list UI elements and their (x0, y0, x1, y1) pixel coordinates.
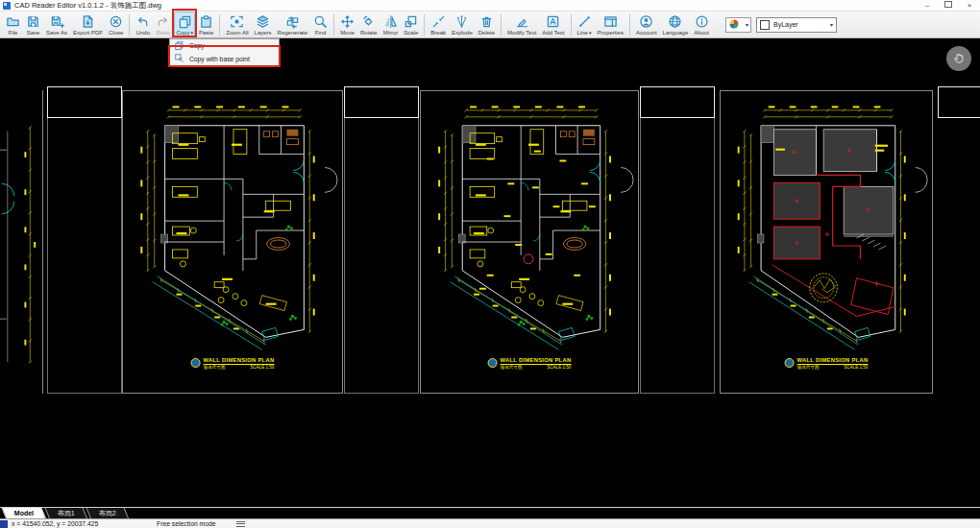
toolbar-button-label: Language (663, 30, 689, 36)
paste-icon (199, 14, 213, 29)
toolbar-button-label: Mirror (383, 30, 399, 36)
undo-icon (135, 14, 150, 29)
sheet-plan-1: WALL DIMENSION PLAN 墙体尺寸图SCALE 1:50 (122, 90, 343, 394)
layout-tab-bar: Model布局1布局2 (0, 507, 980, 518)
toolbar-group: FileSaveSave AsExport PDFClose (3, 12, 126, 37)
toolbar-button-save[interactable]: Save (24, 12, 43, 37)
line-icon (577, 14, 592, 29)
toolbar-group: MoveRotateMirrorScale (337, 12, 421, 37)
toolbar-group: BreakExplodeDelete (428, 12, 498, 37)
explode-icon (454, 14, 469, 29)
add-text-icon (546, 14, 560, 29)
toolbar-group: Line▾Properties (575, 12, 626, 37)
plan-title-block: WALL DIMENSION PLAN 墙体尺寸图SCALE 1:50 (785, 357, 869, 371)
menu-lines-icon[interactable] (236, 521, 245, 527)
toolbar-button-delete[interactable]: Delete (476, 12, 497, 37)
toolbar-button-move[interactable]: Move (337, 12, 356, 37)
toolbar-button-zoom-all[interactable]: Zoom All (224, 12, 251, 37)
sheet-strip (47, 86, 122, 394)
toolbar-button-properties[interactable]: Properties (595, 12, 625, 37)
maximize-button[interactable] (938, 0, 959, 12)
toolbar-button-regenerate[interactable]: Regenerate (275, 12, 309, 37)
detail-callout-icon (785, 358, 795, 368)
toolbar-separator (501, 14, 502, 36)
main-toolbar: FileSaveSave AsExport PDFCloseUndoRedoCo… (0, 12, 980, 38)
minimize-button[interactable]: – (917, 0, 938, 12)
toolbar-button-language[interactable]: Language (660, 12, 691, 37)
menu-item-copy[interactable]: Copy (170, 39, 279, 53)
toolbar-group: Modify TextAdd Text (504, 12, 567, 37)
selection-mode-label: Free selection mode (157, 520, 216, 527)
close-icon (109, 14, 123, 29)
save-icon (26, 14, 40, 29)
toolbar-button-close[interactable]: Close (107, 12, 126, 37)
detail-callout-icon (191, 358, 201, 368)
plan-scale: SCALE 1:50 (250, 365, 274, 370)
toolbar-button-label: Redo (157, 30, 170, 36)
toolbar-button-paste[interactable]: Paste (196, 12, 215, 37)
save-as-icon (50, 14, 64, 29)
toolbar-button-copy[interactable]: Copy▾ Copy Copy with base point (174, 12, 196, 37)
sheet-top-box (640, 86, 715, 118)
toolbar-separator (571, 14, 572, 36)
find-icon (313, 14, 328, 29)
sheet-strip (640, 86, 715, 394)
toolbar-button-find[interactable]: Find (310, 12, 330, 37)
cursor-coordinates: x = 41540.052, y = 20037.425 (12, 520, 98, 527)
toolbar-separator (219, 14, 220, 36)
plan-scale: SCALE 1:50 (547, 365, 571, 370)
toolbar-button-account[interactable]: Account (633, 12, 659, 37)
plan-title: WALL DIMENSION PLAN (204, 357, 275, 363)
toolbar-button-label: Save As (46, 30, 67, 36)
properties-icon (603, 14, 618, 29)
toolbar-button-modify-text[interactable]: Modify Text (505, 12, 539, 37)
plan-subtitle-cn: 墙体尺寸图 (501, 365, 523, 370)
plan-subtitle-cn: 墙体尺寸图 (204, 365, 226, 370)
toolbar-button-label: Copy (176, 30, 189, 36)
toolbar-button-label: Explode (452, 30, 473, 36)
plan-title-block: WALL DIMENSION PLAN 墙体尺寸图SCALE 1:50 (191, 357, 275, 371)
color-wheel-icon (728, 16, 740, 34)
toolbar-button-mirror[interactable]: Mirror (380, 12, 401, 37)
plan-title: WALL DIMENSION PLAN (797, 357, 869, 363)
toolbar-button-rotate[interactable]: Rotate (357, 12, 380, 37)
toolbar-separator (129, 14, 130, 36)
delete-icon (479, 14, 494, 29)
menu-item-copy-with-base-point[interactable]: Copy with base point (170, 53, 279, 66)
layer-color-select[interactable]: ByLayer▾ (756, 17, 837, 33)
export-pdf-icon (81, 14, 95, 29)
toolbar-button-undo[interactable]: Undo (134, 12, 153, 37)
toolbar-button-label: Scale (404, 30, 418, 36)
toolbar-button-label: Paste (199, 30, 213, 36)
toolbar-button-label: Find (315, 30, 327, 36)
toolbar-button-save-as[interactable]: Save As (44, 12, 70, 37)
scale-icon (404, 14, 418, 29)
toolbar-button-about[interactable]: About (692, 12, 712, 37)
break-icon (431, 14, 446, 29)
toolbar-button-redo[interactable]: Redo (154, 12, 173, 37)
toolbar-button-label: Export PDF (73, 30, 103, 36)
plan-title: WALL DIMENSION PLAN (501, 357, 572, 363)
drawing-canvas[interactable]: WALL DIMENSION PLAN 墙体尺寸图SCALE 1:50 WALL… (0, 38, 980, 507)
toolbar-button-layers[interactable]: Layers (252, 12, 274, 37)
layer-color-value: ByLayer (773, 21, 830, 28)
color-controls: ▾ ByLayer▾ (725, 17, 837, 33)
toolbar-button-scale[interactable]: Scale (402, 12, 421, 37)
toolbar-button-line[interactable]: Line▾ (575, 12, 594, 37)
toolbar-button-break[interactable]: Break (429, 12, 449, 37)
toolbar-button-label: Break (430, 30, 446, 36)
pan-button[interactable] (946, 46, 971, 71)
close-button[interactable]: × (959, 0, 980, 12)
toolbar-group: AccountLanguageAbout (633, 12, 712, 37)
toolbar-button-explode[interactable]: Explode (450, 12, 476, 37)
toolbar-button-label: Add Text (542, 30, 564, 36)
toolbar-button-file[interactable]: File (4, 12, 23, 37)
status-bar: x = 41540.052, y = 20037.425 Free select… (0, 518, 980, 528)
plan-subtitle-cn: 墙体尺寸图 (797, 365, 820, 370)
chevron-down-icon: ▾ (746, 21, 748, 28)
color-swatch (760, 20, 770, 30)
color-picker-button[interactable]: ▾ (725, 17, 751, 33)
toolbar-button-export-pdf[interactable]: Export PDF (71, 12, 106, 37)
toolbar-button-label: Properties (598, 30, 624, 36)
toolbar-button-add-text[interactable]: Add Text (540, 12, 567, 37)
